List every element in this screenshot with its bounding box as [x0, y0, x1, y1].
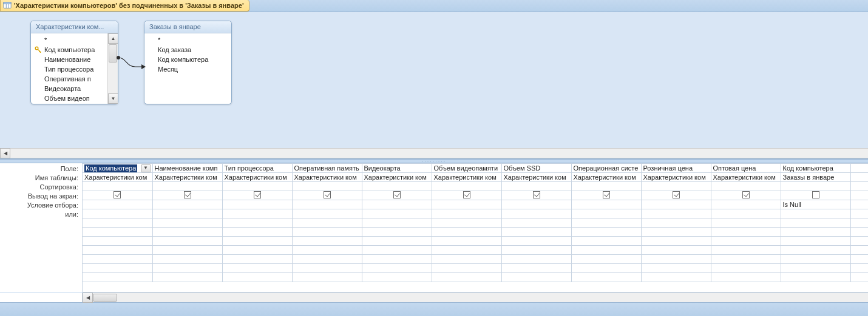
grid-cell[interactable] [292, 209, 362, 218]
show-checkbox[interactable] [812, 191, 819, 198]
grid-cell[interactable] [222, 264, 292, 273]
field-item[interactable]: Код заказа [144, 45, 231, 55]
grid-cell[interactable] [711, 182, 781, 191]
grid-cell[interactable] [641, 182, 711, 191]
grid-cell[interactable] [83, 182, 152, 191]
grid-cell[interactable] [711, 255, 781, 264]
grid-cell[interactable] [501, 182, 571, 191]
grid-cell[interactable]: Is Null [781, 200, 850, 209]
grid-cell[interactable] [292, 191, 362, 200]
grid-cell[interactable] [711, 200, 781, 209]
grid-cell[interactable] [362, 246, 432, 255]
show-checkbox[interactable] [184, 191, 191, 198]
grid-cell[interactable]: Объем видеопамяти [432, 164, 501, 173]
grid-cell[interactable] [432, 246, 501, 255]
grid-cell[interactable] [152, 200, 222, 209]
grid-cell[interactable]: Тип процессора [222, 164, 292, 173]
field-item[interactable]: Месяц [144, 64, 231, 74]
grid-cell[interactable] [83, 200, 152, 209]
grid-cell[interactable] [432, 264, 501, 273]
show-checkbox[interactable] [463, 191, 470, 198]
grid-cell[interactable] [711, 237, 781, 246]
grid-scroll[interactable]: Код компьютера▼Наименование компТип проц… [83, 163, 868, 292]
grid-cell[interactable] [292, 228, 362, 237]
grid-hscroll-thumb[interactable] [93, 294, 117, 302]
show-checkbox[interactable] [393, 191, 401, 198]
grid-cell[interactable] [781, 228, 850, 237]
grid-hscroll[interactable]: ◀ [0, 292, 868, 302]
grid-cell[interactable] [362, 255, 432, 264]
grid-cell[interactable] [571, 228, 641, 237]
diagram-area[interactable]: Характеристики ком... *Код компьютераНаи… [0, 12, 868, 159]
grid-cell[interactable] [641, 255, 711, 264]
dropdown-button[interactable]: ▼ [141, 164, 151, 172]
grid-cell[interactable] [781, 264, 850, 273]
grid-cell[interactable] [362, 191, 432, 200]
grid-cell[interactable]: Характеристики ком [152, 173, 222, 182]
scroll-thumb[interactable] [109, 44, 117, 63]
grid-cell[interactable] [362, 237, 432, 246]
field-item[interactable]: * [31, 35, 118, 45]
grid-cell[interactable] [641, 191, 711, 200]
grid-cell[interactable] [152, 218, 222, 228]
field-item[interactable]: Тип процессора [31, 64, 118, 74]
grid-cell[interactable] [362, 200, 432, 209]
grid-cell[interactable] [501, 273, 571, 282]
grid-cell[interactable] [432, 255, 501, 264]
grid-cell[interactable] [781, 273, 850, 282]
grid-cell[interactable]: Видеокарта [362, 164, 432, 173]
grid-cell[interactable] [850, 218, 868, 228]
grid-cell[interactable] [222, 200, 292, 209]
grid-cell[interactable] [850, 246, 868, 255]
grid-cell[interactable]: Характеристики ком [292, 173, 362, 182]
grid-cell[interactable] [501, 200, 571, 209]
grid-cell[interactable] [292, 246, 362, 255]
grid-cell[interactable] [501, 264, 571, 273]
grid-cell[interactable] [152, 228, 222, 237]
grid-cell[interactable] [222, 209, 292, 218]
grid-cell[interactable] [781, 237, 850, 246]
grid-cell[interactable] [292, 237, 362, 246]
grid-cell[interactable] [850, 264, 868, 273]
grid-cell[interactable] [292, 273, 362, 282]
field-item[interactable]: Код компьютера [144, 55, 231, 64]
grid-cell[interactable] [850, 164, 868, 173]
grid-cell[interactable]: Розничная цена [641, 164, 711, 173]
grid-cell[interactable] [292, 200, 362, 209]
show-checkbox[interactable] [673, 191, 680, 198]
table-box-left[interactable]: Характеристики ком... *Код компьютераНаи… [30, 21, 118, 104]
grid-cell[interactable] [432, 182, 501, 191]
grid-cell[interactable] [152, 255, 222, 264]
grid-cell[interactable] [152, 246, 222, 255]
grid-cell[interactable] [641, 209, 711, 218]
grid-cell[interactable] [432, 218, 501, 228]
show-checkbox[interactable] [533, 191, 540, 198]
grid-cell[interactable] [641, 218, 711, 228]
grid-hscroll-track[interactable] [93, 293, 868, 302]
grid-cell[interactable] [292, 264, 362, 273]
grid-cell[interactable] [292, 182, 362, 191]
grid-cell[interactable] [432, 273, 501, 282]
table-title-left[interactable]: Характеристики ком... [31, 21, 118, 33]
grid-cell[interactable] [222, 191, 292, 200]
grid-cell[interactable] [501, 246, 571, 255]
grid-cell[interactable]: Характеристики ком [641, 173, 711, 182]
grid-cell[interactable] [571, 246, 641, 255]
field-item[interactable]: Объем видеоп [31, 93, 118, 103]
grid-cell[interactable] [850, 173, 868, 182]
grid-cell[interactable] [781, 255, 850, 264]
grid-cell[interactable] [362, 264, 432, 273]
grid-cell[interactable] [83, 191, 152, 200]
grid-cell[interactable] [571, 182, 641, 191]
grid-cell[interactable] [781, 218, 850, 228]
grid-cell[interactable] [850, 200, 868, 209]
grid-cell[interactable] [432, 228, 501, 237]
grid-cell[interactable]: Характеристики ком [711, 173, 781, 182]
grid-cell[interactable] [641, 200, 711, 209]
grid-cell[interactable] [432, 237, 501, 246]
grid-cell[interactable] [781, 191, 850, 200]
grid-cell[interactable] [83, 255, 152, 264]
grid-cell[interactable] [850, 209, 868, 218]
grid-cell[interactable] [83, 237, 152, 246]
grid-cell[interactable] [781, 246, 850, 255]
